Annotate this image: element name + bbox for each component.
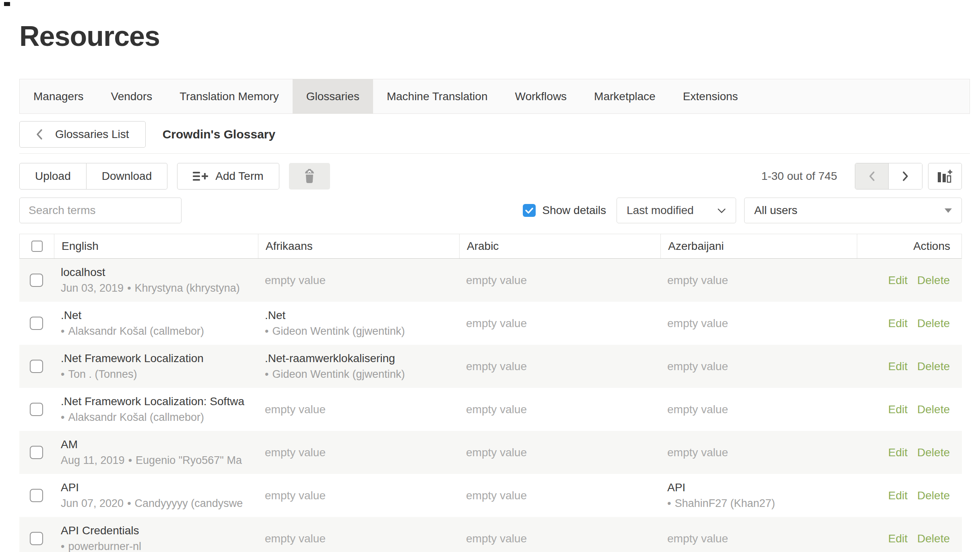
term-text: API — [61, 480, 250, 495]
term-author: Eugenio "Ryo567" Ma — [136, 453, 242, 468]
manage-columns-button[interactable] — [928, 163, 962, 189]
tab-translation-memory[interactable]: Translation Memory — [166, 79, 292, 113]
resources-tabs: ManagersVendorsTranslation MemoryGlossar… — [19, 79, 970, 114]
term-cell-english: localhostJun 03, 2019•Khrystyna (khrysty… — [54, 259, 258, 302]
row-checkbox[interactable] — [30, 532, 43, 545]
show-details-checkbox[interactable] — [523, 204, 536, 217]
glossary-table: English Afrikaans Arabic Azerbaijani Act… — [19, 234, 962, 552]
delete-link[interactable]: Delete — [917, 317, 950, 330]
delete-link[interactable]: Delete — [917, 446, 950, 459]
edit-link[interactable]: Edit — [888, 274, 908, 287]
term-meta: •Alaksandr Košal (callmebor) — [61, 324, 250, 338]
row-checkbox[interactable] — [30, 446, 43, 459]
edit-link[interactable]: Edit — [888, 403, 908, 416]
row-checkbox-cell — [19, 302, 54, 345]
glossaries-list-back-button[interactable]: Glossaries List — [19, 121, 146, 148]
empty-value: empty value — [667, 317, 849, 330]
chevron-left-icon — [869, 171, 875, 181]
empty-value: empty value — [667, 360, 849, 373]
tab-marketplace[interactable]: Marketplace — [580, 79, 669, 113]
search-input[interactable] — [19, 198, 182, 223]
row-checkbox[interactable] — [30, 489, 43, 502]
edit-link[interactable]: Edit — [888, 317, 908, 330]
tab-glossaries[interactable]: Glossaries — [293, 79, 373, 113]
delete-link[interactable]: Delete — [917, 360, 950, 373]
term-date: Jun 07, 2020 — [61, 496, 124, 511]
term-meta: •Ton . (Tonnes) — [61, 367, 250, 381]
users-select[interactable]: All users — [744, 198, 962, 223]
caret-down-icon — [945, 208, 952, 213]
page-title: Resources — [19, 18, 980, 55]
add-term-button[interactable]: Add Term — [177, 163, 279, 189]
chevron-right-icon — [902, 171, 909, 181]
term-date: Jun 03, 2019 — [61, 281, 124, 295]
pagination-range: 1-30 out of 745 — [761, 170, 837, 183]
table-header: English Afrikaans Arabic Azerbaijani Act… — [19, 234, 962, 259]
row-checkbox[interactable] — [30, 317, 43, 330]
sort-select[interactable]: Last modified — [617, 198, 736, 223]
empty-value: empty value — [265, 489, 452, 502]
row-checkbox[interactable] — [30, 274, 43, 287]
actions-cell: EditDelete — [856, 431, 962, 474]
column-header-actions: Actions — [857, 234, 962, 258]
term-text: API Credentials — [61, 523, 250, 538]
trash-icon — [303, 169, 316, 183]
term-cell-azerbaijani: empty value — [660, 302, 856, 345]
term-meta: •Alaksandr Košal (callmebor) — [61, 410, 250, 424]
next-page-button[interactable] — [889, 163, 922, 189]
glossary-title: Crowdin's Glossary — [163, 128, 276, 141]
term-author: Candyyyyy (candyswe — [135, 496, 243, 511]
actions-cell: EditDelete — [856, 259, 962, 302]
delete-link[interactable]: Delete — [917, 274, 950, 287]
empty-value: empty value — [466, 403, 653, 416]
actions-cell: EditDelete — [856, 345, 962, 388]
delete-link[interactable]: Delete — [917, 489, 950, 502]
term-cell-english: .Net Framework Localization: Softwa•Alak… — [54, 388, 258, 431]
term-author: Ton . (Tonnes) — [68, 367, 137, 381]
check-icon — [525, 207, 533, 214]
upload-download-group: Upload Download — [19, 163, 167, 189]
table-row: .Net Framework Localization•Ton . (Tonne… — [19, 345, 962, 388]
select-all-checkbox[interactable] — [31, 241, 43, 252]
column-header-afrikaans: Afrikaans — [258, 234, 459, 258]
edit-link[interactable]: Edit — [888, 489, 908, 502]
term-cell-english: .Net•Alaksandr Košal (callmebor) — [54, 302, 258, 345]
term-cell-afrikaans: .Net•Gideon Wentink (gjwentink) — [258, 302, 459, 345]
tab-extensions[interactable]: Extensions — [669, 79, 752, 113]
row-checkbox[interactable] — [30, 403, 43, 416]
delete-selected-button[interactable] — [289, 163, 330, 189]
download-button[interactable]: Download — [87, 163, 168, 189]
term-cell-azerbaijani: empty value — [660, 259, 856, 302]
prev-page-button[interactable] — [855, 163, 889, 189]
edit-link[interactable]: Edit — [888, 360, 908, 373]
term-cell-english: API Credentials•powerburner-nl — [54, 517, 258, 552]
tab-managers[interactable]: Managers — [20, 79, 97, 113]
tab-machine-translation[interactable]: Machine Translation — [373, 79, 501, 113]
row-checkbox[interactable] — [30, 360, 43, 373]
term-meta: •powerburner-nl — [61, 539, 250, 552]
show-details-toggle[interactable]: Show details — [523, 204, 606, 217]
empty-value: empty value — [466, 489, 653, 502]
column-header-azerbaijani: Azerbaijani — [660, 234, 857, 258]
term-cell-azerbaijani: empty value — [660, 388, 856, 431]
chevron-left-icon — [36, 129, 43, 140]
edit-link[interactable]: Edit — [888, 446, 908, 459]
add-term-icon — [193, 171, 209, 182]
term-meta: Jun 03, 2019•Khrystyna (khrystyna) — [61, 281, 250, 295]
upload-button[interactable]: Upload — [19, 163, 87, 189]
term-date: Aug 11, 2019 — [61, 453, 125, 468]
row-checkbox-cell — [19, 345, 54, 388]
delete-link[interactable]: Delete — [917, 403, 950, 416]
term-text: .Net Framework Localization: Softwa — [61, 394, 250, 409]
term-text: .Net — [265, 308, 452, 323]
tab-workflows[interactable]: Workflows — [501, 79, 580, 113]
term-author: Gideon Wentink (gjwentink) — [272, 324, 405, 338]
table-row: APIJun 07, 2020•Candyyyyy (candysweempty… — [19, 474, 962, 517]
pager — [855, 163, 922, 189]
delete-link[interactable]: Delete — [917, 532, 950, 545]
tab-vendors[interactable]: Vendors — [97, 79, 166, 113]
edit-link[interactable]: Edit — [888, 532, 908, 545]
screen-artifact — [4, 2, 10, 6]
back-button-label: Glossaries List — [55, 128, 129, 141]
term-cell-arabic: empty value — [459, 345, 660, 388]
